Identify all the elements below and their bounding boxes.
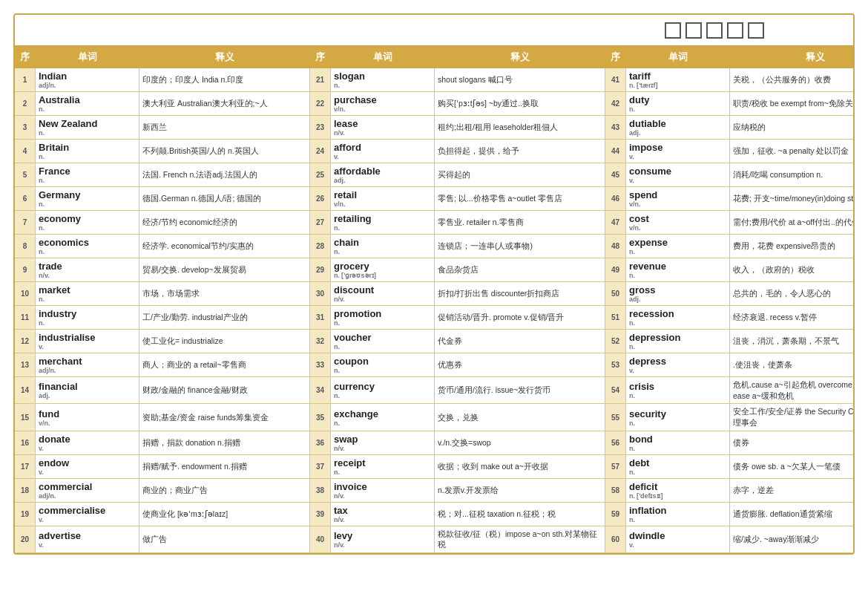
word-cell-r2-c2: dutiableadj. (626, 116, 730, 140)
word-cell-r12-c1: couponn. (331, 353, 435, 377)
num-cell-r14-c0: 15 (15, 404, 36, 431)
def-cell-r6-c1: 零售业. retailer n.零售商 (435, 211, 605, 235)
word-cell-r9-c1: discountn/v. (331, 282, 435, 306)
num-cell-r5-c2: 46 (605, 187, 626, 211)
word-cell-r9-c0: marketn. (36, 282, 139, 306)
col-def-2: 释义 (435, 47, 605, 68)
num-cell-r18-c1: 39 (310, 503, 331, 526)
num-cell-r16-c2: 57 (605, 455, 626, 479)
def-cell-r7-c2: 费用，花费 expensive昂贵的 (730, 235, 855, 258)
word-cell-r4-c1: affordableadj. (331, 163, 435, 187)
word-cell-r2-c1: leasen/v. (331, 116, 435, 140)
def-cell-r3-c2: 强加，征收. ~a penalty 处以罚金 (730, 140, 855, 163)
num-cell-r9-c1: 30 (310, 282, 331, 306)
word-cell-r1-c1: purchasev/n. (331, 92, 435, 116)
num-cell-r2-c0: 3 (15, 116, 36, 140)
def-cell-r6-c0: 经济/节约 economic经济的 (139, 211, 310, 235)
def-cell-r11-c1: 代金券 (435, 330, 605, 353)
col-word-3: 单词 (626, 47, 730, 68)
num-cell-r7-c2: 48 (605, 235, 626, 258)
col-seq-1: 序 (15, 47, 36, 68)
date-box-3[interactable] (706, 22, 723, 39)
num-cell-r9-c0: 10 (15, 282, 36, 306)
word-cell-r12-c2: depressv. (626, 353, 730, 377)
def-cell-r13-c2: 危机.cause a~引起危机 overcome a~克服危机 ease a~缓… (730, 377, 855, 404)
word-cell-r13-c2: crisisn. (626, 377, 730, 404)
main-container: 序 单词 释义 序 单词 释义 序 单词 释义 1Indianadj/n.印度的… (13, 13, 855, 555)
word-cell-r10-c0: industryn. (36, 306, 139, 330)
table-body: 1Indianadj/n.印度的；印度人 India n.印度21slogann… (15, 68, 853, 553)
def-cell-r9-c1: 折扣/打折出售 discounter折扣商店 (435, 282, 605, 306)
word-cell-r6-c0: economyn. (36, 211, 139, 235)
num-cell-r15-c0: 16 (15, 431, 36, 455)
word-cell-r0-c1: slogann. (331, 68, 435, 92)
def-cell-r3-c1: 负担得起，提供，给予 (435, 140, 605, 163)
word-cell-r3-c0: Britainn. (36, 140, 139, 163)
word-cell-r19-c1: levyn/v. (331, 526, 435, 553)
num-cell-r19-c0: 20 (15, 526, 36, 553)
num-cell-r17-c1: 38 (310, 479, 331, 503)
word-cell-r16-c1: receiptn. (331, 455, 435, 479)
num-cell-r15-c2: 56 (605, 431, 626, 455)
col-def-1: 释义 (139, 47, 310, 68)
def-cell-r19-c1: 税款征收/征（税）impose a~on sth.对某物征税 (435, 526, 605, 553)
num-cell-r2-c2: 43 (605, 116, 626, 140)
word-cell-r5-c0: Germanyn. (36, 187, 139, 211)
num-cell-r1-c0: 2 (15, 92, 36, 116)
num-cell-r0-c2: 41 (605, 68, 626, 92)
word-cell-r15-c1: swapn/v. (331, 431, 435, 455)
word-cell-r7-c1: chainn. (331, 235, 435, 258)
date-box-5[interactable] (748, 22, 764, 39)
num-cell-r4-c1: 25 (310, 163, 331, 187)
date-box-1[interactable] (665, 22, 681, 39)
word-cell-r18-c1: taxn/v. (331, 503, 435, 526)
word-cell-r11-c2: depressionn. (626, 330, 730, 353)
def-cell-r14-c1: 交换，兑换 (435, 404, 605, 431)
def-cell-r13-c0: 财政/金融的 finance金融/财政 (139, 377, 310, 404)
num-cell-r3-c0: 4 (15, 140, 36, 163)
num-cell-r12-c0: 13 (15, 353, 36, 377)
header-title (15, 25, 645, 39)
num-cell-r14-c1: 35 (310, 404, 331, 431)
def-cell-r19-c0: 做广告 (139, 526, 310, 553)
def-cell-r16-c1: 收据；收到 make out a~开收据 (435, 455, 605, 479)
def-cell-r18-c2: 通货膨胀. deflation通货紧缩 (730, 503, 855, 526)
word-cell-r17-c1: invoicen/v. (331, 479, 435, 503)
num-cell-r11-c0: 12 (15, 330, 36, 353)
word-cell-r2-c0: New Zealandn. (36, 116, 139, 140)
word-cell-r10-c1: promotionn. (331, 306, 435, 330)
def-cell-r4-c0: 法国. French n.法语adj.法国人的 (139, 163, 310, 187)
num-cell-r8-c0: 9 (15, 258, 36, 282)
num-cell-r6-c0: 7 (15, 211, 36, 235)
word-cell-r16-c2: debtn. (626, 455, 730, 479)
word-cell-r7-c2: expensen. (626, 235, 730, 258)
def-cell-r19-c2: 缩/减少. ~away渐渐减少 (730, 526, 855, 553)
num-cell-r12-c2: 53 (605, 353, 626, 377)
column-headers: 序 单词 释义 序 单词 释义 序 单词 释义 (15, 47, 853, 68)
num-cell-r3-c2: 44 (605, 140, 626, 163)
num-cell-r14-c2: 55 (605, 404, 626, 431)
header-date (645, 22, 853, 41)
word-cell-r1-c2: dutyn. (626, 92, 730, 116)
word-cell-r17-c2: deficitn.[ˈdefɪsɪt] (626, 479, 730, 503)
def-cell-r0-c2: 关税，（公共服务的）收费 (730, 68, 855, 92)
def-cell-r8-c0: 贸易/交换. develop~发展贸易 (139, 258, 310, 282)
date-box-4[interactable] (727, 22, 743, 39)
def-cell-r15-c1: v./n.交换=swop (435, 431, 605, 455)
word-cell-r3-c2: imposev. (626, 140, 730, 163)
word-cell-r3-c1: affordv. (331, 140, 435, 163)
def-cell-r18-c1: 税；对...征税 taxation n.征税；税 (435, 503, 605, 526)
word-cell-r19-c0: advertisev. (36, 526, 139, 553)
num-cell-r18-c0: 19 (15, 503, 36, 526)
def-cell-r8-c1: 食品杂货店 (435, 258, 605, 282)
num-cell-r6-c1: 27 (310, 211, 331, 235)
num-cell-r11-c1: 32 (310, 330, 331, 353)
def-cell-r17-c0: 商业的；商业广告 (139, 479, 310, 503)
num-cell-r0-c0: 1 (15, 68, 36, 92)
word-cell-r13-c0: financialadj. (36, 377, 139, 404)
date-box-2[interactable] (685, 22, 702, 39)
word-cell-r13-c1: currencyn. (331, 377, 435, 404)
word-cell-r5-c1: retailv/n. (331, 187, 435, 211)
def-cell-r7-c0: 经济学. economical节约/实惠的 (139, 235, 310, 258)
word-cell-r10-c2: recessionn. (626, 306, 730, 330)
